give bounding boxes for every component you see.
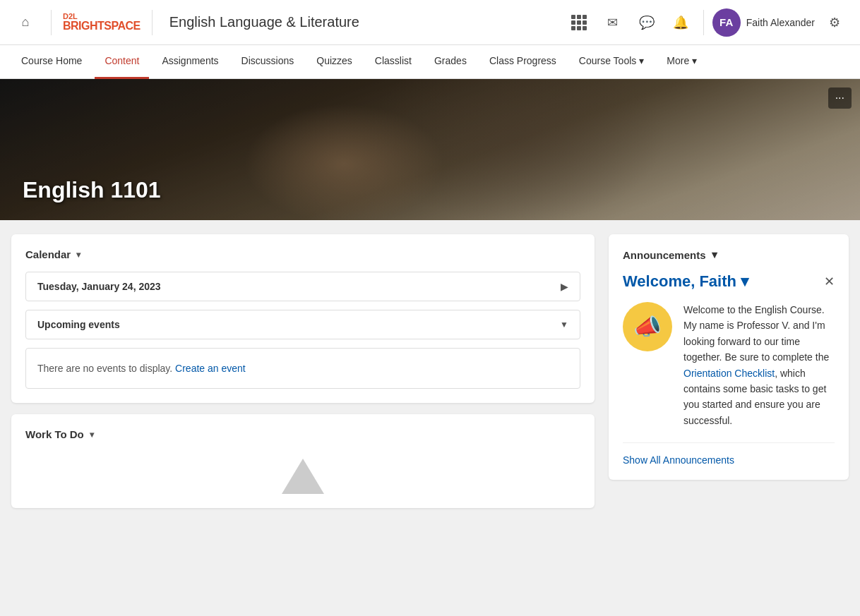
nav-divider-3 bbox=[703, 10, 704, 35]
nav-course-home[interactable]: Course Home bbox=[11, 45, 92, 79]
chevron-down-icon-announcement[interactable]: ▾ bbox=[741, 272, 748, 291]
home-icon: ⌂ bbox=[22, 15, 30, 30]
hero-banner: English 1101 ··· bbox=[0, 79, 860, 220]
mail-button[interactable]: ✉ bbox=[599, 8, 627, 37]
chevron-down-icon-more: ▾ bbox=[692, 55, 697, 66]
nav-discussions[interactable]: Discussions bbox=[232, 45, 304, 79]
announcements-header: Announcements ▾ bbox=[623, 248, 835, 261]
bell-icon: 🔔 bbox=[673, 15, 688, 30]
nav-divider-1 bbox=[51, 10, 52, 35]
course-title: English Language & Literature bbox=[169, 14, 359, 30]
chevron-down-icon: ▾ bbox=[639, 55, 644, 66]
grid-view-button[interactable] bbox=[565, 8, 593, 37]
upcoming-events-label: Upcoming events bbox=[37, 319, 120, 330]
nav-more[interactable]: More ▾ bbox=[657, 45, 707, 79]
announcements-card: Announcements ▾ Welcome, Faith ▾ ✕ 📣 Wel… bbox=[609, 234, 849, 480]
no-events-box: There are no events to display. Create a… bbox=[25, 348, 580, 389]
nav-class-progress[interactable]: Class Progress bbox=[479, 45, 566, 79]
chat-button[interactable]: 💬 bbox=[633, 8, 661, 37]
announcement-body-text: Welcome to the English Course. My name i… bbox=[683, 304, 829, 363]
announcement-close-button[interactable]: ✕ bbox=[824, 274, 835, 289]
nav-icons: ✉ 💬 🔔 FA Faith Alexander ⚙ bbox=[565, 8, 849, 37]
settings-button[interactable]: ⚙ bbox=[820, 8, 849, 37]
nav-assignments[interactable]: Assignments bbox=[152, 45, 228, 79]
calendar-date-row[interactable]: Tuesday, January 24, 2023 ▶ bbox=[25, 272, 580, 301]
announcement-title-row: Welcome, Faith ▾ ✕ bbox=[623, 272, 835, 291]
top-navigation: ⌂ D2L BRIGHTSPACE English Language & Lit… bbox=[0, 0, 860, 45]
hero-course-name: English 1101 bbox=[23, 177, 161, 203]
nav-course-tools[interactable]: Course Tools ▾ bbox=[569, 45, 654, 79]
grid-icon bbox=[571, 15, 587, 30]
nav-grades[interactable]: Grades bbox=[424, 45, 477, 79]
upcoming-events-row[interactable]: Upcoming events ▼ bbox=[25, 310, 580, 339]
work-chart bbox=[25, 452, 580, 494]
calendar-card: Calendar ▾ Tuesday, January 24, 2023 ▶ U… bbox=[11, 234, 595, 403]
show-all-announcements-link[interactable]: Show All Announcements bbox=[623, 442, 835, 466]
home-button[interactable]: ⌂ bbox=[11, 8, 40, 37]
no-events-text: There are no events to display. bbox=[37, 363, 172, 374]
work-chart-triangle bbox=[282, 459, 324, 494]
orientation-checklist-link[interactable]: Orientation Checklist bbox=[683, 368, 775, 379]
calendar-forward-arrow[interactable]: ▶ bbox=[561, 281, 568, 292]
gear-icon: ⚙ bbox=[829, 15, 840, 30]
announcement-megaphone-icon: 📣 bbox=[623, 302, 672, 351]
announcements-title: Announcements bbox=[623, 249, 706, 261]
calendar-title: Calendar bbox=[25, 248, 71, 260]
create-event-link[interactable]: Create an event bbox=[175, 363, 246, 374]
chat-icon: 💬 bbox=[639, 15, 655, 30]
nav-content[interactable]: Content bbox=[95, 45, 149, 79]
hero-more-button[interactable]: ··· bbox=[828, 87, 852, 109]
left-column: Calendar ▾ Tuesday, January 24, 2023 ▶ U… bbox=[11, 234, 595, 508]
right-column: Announcements ▾ Welcome, Faith ▾ ✕ 📣 Wel… bbox=[609, 234, 849, 508]
user-name[interactable]: Faith Alexander bbox=[746, 17, 815, 28]
main-content: Calendar ▾ Tuesday, January 24, 2023 ▶ U… bbox=[0, 220, 860, 522]
notifications-button[interactable]: 🔔 bbox=[667, 8, 695, 37]
announcements-chevron-icon[interactable]: ▾ bbox=[712, 248, 717, 261]
work-to-do-header: Work To Do ▾ bbox=[25, 428, 580, 440]
nav-divider-2 bbox=[152, 10, 153, 35]
announcement-welcome-title: Welcome, Faith ▾ bbox=[623, 272, 748, 291]
work-to-do-card: Work To Do ▾ bbox=[11, 414, 595, 508]
avatar[interactable]: FA bbox=[712, 8, 741, 37]
calendar-header: Calendar ▾ bbox=[25, 248, 580, 260]
secondary-navigation: Course Home Content Assignments Discussi… bbox=[0, 45, 860, 79]
calendar-chevron-icon[interactable]: ▾ bbox=[76, 250, 80, 260]
logo-brightspace: BRIGHTSPACE bbox=[63, 20, 141, 32]
work-to-do-chevron-icon[interactable]: ▾ bbox=[90, 430, 94, 440]
mail-icon: ✉ bbox=[607, 15, 618, 30]
work-to-do-title: Work To Do bbox=[25, 428, 84, 440]
logo[interactable]: D2L BRIGHTSPACE bbox=[63, 13, 141, 32]
calendar-date: Tuesday, January 24, 2023 bbox=[37, 281, 161, 292]
announcement-text: Welcome to the English Course. My name i… bbox=[683, 302, 835, 428]
announcement-body: 📣 Welcome to the English Course. My name… bbox=[623, 302, 835, 428]
nav-quizzes[interactable]: Quizzes bbox=[306, 45, 362, 79]
upcoming-events-dropdown-icon[interactable]: ▼ bbox=[560, 320, 568, 330]
nav-classlist[interactable]: Classlist bbox=[365, 45, 422, 79]
